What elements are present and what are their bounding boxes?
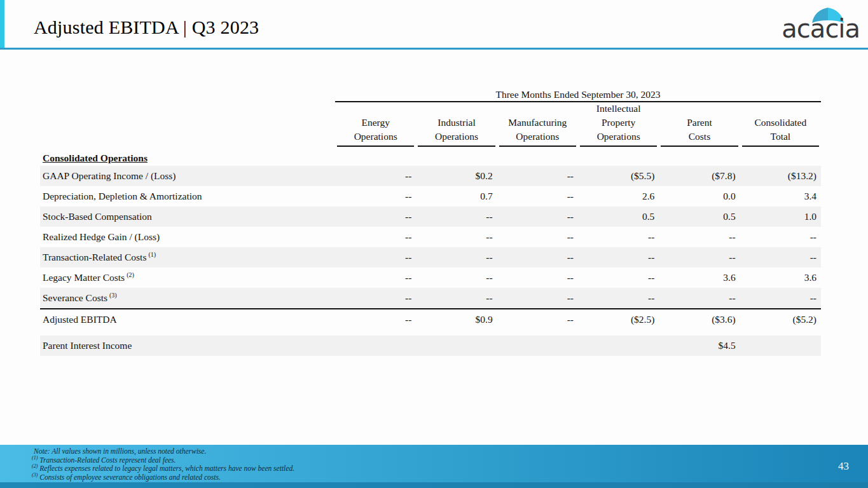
column-header-energy-operations: Energy Operations: [337, 107, 414, 147]
column-header-intellectual-property-operations: Intellectual Property Operations: [580, 107, 657, 147]
section-header-row: Consolidated Operations: [40, 151, 821, 166]
page-title: Adjusted EBITDA | Q3 2023: [34, 17, 259, 38]
acacia-logo: acacia: [758, 3, 860, 44]
accent-bar: [0, 0, 4, 50]
footnote-2: (2)Reflects expenses related to legacy l…: [32, 464, 294, 473]
table-row-stock-based-compensation: Stock-Based Compensation -- -- -- 0.5 0.…: [40, 207, 821, 227]
period-header-row: Three Months Ended September 30, 2023: [40, 89, 821, 102]
section-header: Consolidated Operations: [40, 152, 148, 163]
footer-band: Note: All values shown in millions, unle…: [0, 445, 868, 488]
acacia-logo-text: acacia: [782, 14, 860, 43]
table-row-legacy-matter-costs: Legacy Matter Costs(2) -- -- -- -- 3.6 3…: [40, 268, 821, 288]
column-header-consolidated-total: Consolidated Total: [742, 107, 819, 147]
header-divider: [0, 48, 868, 50]
column-header-row: Energy Operations Industrial Operations …: [40, 107, 821, 147]
footnotes: Note: All values shown in millions, unle…: [32, 447, 294, 482]
table-row-transaction-related-costs: Transaction-Related Costs(1) -- -- -- --…: [40, 247, 821, 268]
column-header-parent-costs: Parent Costs: [661, 107, 738, 147]
footnote-1: (1)Transaction-Related Costs represent d…: [32, 456, 294, 465]
table-row-severance-costs: Severance Costs(3) -- -- -- -- -- --: [40, 288, 821, 308]
table-row-parent-interest-income: Parent Interest Income $4.5: [40, 336, 821, 356]
column-header-industrial-operations: Industrial Operations: [418, 107, 495, 147]
footnote-3: (3)Consists of employee severance obliga…: [32, 473, 294, 482]
table-row-realized-hedge-gain-loss: Realized Hedge Gain / (Loss) -- -- -- --…: [40, 227, 821, 247]
table-row-gaap-operating-income: GAAP Operating Income / (Loss) -- $0.2 -…: [40, 166, 821, 186]
footnote-general: Note: All values shown in millions, unle…: [32, 447, 294, 456]
footer-bottom-strip: [0, 482, 868, 488]
table-row-depreciation-depletion-amortization: Depreciation, Depletion & Amortization -…: [40, 186, 821, 207]
column-header-manufacturing-operations: Manufacturing Operations: [499, 107, 576, 147]
ebitda-table: Three Months Ended September 30, 2023 En…: [40, 89, 821, 356]
slide: Adjusted EBITDA | Q3 2023 acacia Three M…: [0, 0, 868, 488]
period-header: Three Months Ended September 30, 2023: [335, 89, 821, 102]
table-row-adjusted-ebitda-total: Adjusted EBITDA -- $0.9 -- ($2.5) ($3.6)…: [40, 308, 821, 329]
page-number: 43: [838, 460, 849, 473]
